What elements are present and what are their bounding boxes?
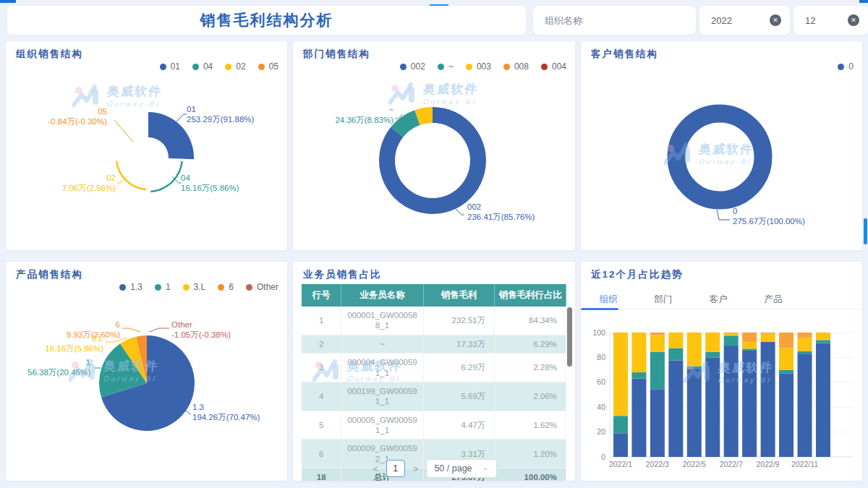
page-scrollbar-thumb[interactable] [864, 218, 867, 244]
bar-segment-2022/8[interactable] [742, 333, 757, 342]
bar-segment-2022/8[interactable] [742, 342, 757, 348]
bar-segment-2022/1[interactable] [613, 433, 628, 457]
bar-segment-2022/9[interactable] [761, 333, 775, 334]
bar-segment-2022/7[interactable] [724, 333, 739, 334]
legend-dot [258, 64, 265, 70]
year-input[interactable] [711, 15, 770, 26]
table-cell: 232.51万 [423, 307, 495, 335]
bar-segment-2022/4[interactable] [668, 348, 683, 361]
bar-segment-2022/2[interactable] [631, 333, 646, 372]
bar-segment-2022/10[interactable] [779, 348, 793, 370]
month-clear-icon[interactable]: ✕ [848, 14, 859, 26]
legend-item-003[interactable]: 003 [466, 61, 491, 72]
y-axis-tick-label: 100 [592, 328, 605, 337]
bar-segment-2022/4[interactable] [668, 361, 683, 457]
legend-item-008[interactable]: 008 [503, 61, 529, 72]
legend-item-Other[interactable]: Other [246, 282, 278, 292]
legend-dot [438, 64, 444, 70]
legend-label: 6 [229, 282, 234, 292]
table-cell: 1.62% [495, 411, 566, 440]
tab-dept[interactable]: 部门 [636, 289, 691, 309]
x-axis-tick-label: 2022/1 [609, 460, 632, 468]
bar-segment-2022/5[interactable] [687, 369, 702, 457]
bar-segment-2022/7[interactable] [724, 334, 739, 336]
x-axis-tick-label: 2022/11 [791, 460, 818, 468]
trend-stacked-bar-chart: 0204060801002022/12022/32022/52022/72022… [581, 309, 862, 481]
legend-label: 004 [552, 61, 566, 72]
legend-item-01[interactable]: 01 [160, 61, 180, 72]
org-donut-chart: 01253.29万(91.88%)0416.16万(5.86%)027.06万(… [6, 72, 287, 250]
table-row[interactable]: 3000004_GW000591_16.29万2.28% [302, 354, 566, 382]
legend-item-1[interactable]: 1 [155, 282, 171, 292]
legend-item-1.3[interactable]: 1.3 [119, 282, 142, 292]
bar-segment-2022/10[interactable] [779, 374, 793, 457]
pie-slice-04[interactable] [150, 161, 182, 192]
legend-item-02[interactable]: 02 [225, 61, 245, 72]
bar-segment-2022/5[interactable] [687, 366, 702, 368]
table-row[interactable]: 1000001_GW000588_1232.51万84.34% [302, 307, 566, 335]
bar-segment-2022/3[interactable] [650, 389, 665, 457]
bar-segment-2022/9[interactable] [761, 334, 775, 342]
bar-segment-2022/3[interactable] [650, 335, 665, 351]
legend-item-002[interactable]: 002 [400, 61, 425, 72]
legend-item-04[interactable]: 04 [192, 61, 213, 72]
legend-item-6[interactable]: 6 [218, 282, 234, 292]
bar-segment-2022/7[interactable] [724, 346, 739, 457]
bar-segment-2022/11[interactable] [798, 354, 812, 457]
bar-segment-2022/7[interactable] [724, 335, 739, 346]
bar-segment-2022/9[interactable] [761, 342, 775, 457]
page-size-select[interactable]: 50 / page ⌄ [426, 459, 496, 478]
bar-segment-2022/12[interactable] [816, 333, 830, 340]
bar-segment-2022/10[interactable] [779, 370, 793, 374]
bar-segment-2022/6[interactable] [705, 352, 720, 358]
month-filter: ✕ [793, 6, 868, 35]
bar-segment-2022/11[interactable] [798, 351, 812, 354]
table-row[interactable]: 4000199_GW000591_15.69万2.06% [302, 382, 566, 411]
bar-segment-2022/11[interactable] [798, 333, 812, 338]
bar-segment-2022/6[interactable] [705, 333, 720, 352]
bar-segment-2022/1[interactable] [613, 416, 628, 433]
bar-segment-2022/10[interactable] [779, 333, 793, 348]
bar-segment-2022/12[interactable] [816, 340, 830, 343]
table-cell: 000001_GW000588_1 [341, 307, 423, 335]
bar-segment-2022/6[interactable] [705, 357, 720, 457]
legend-item-~[interactable]: ~ [438, 61, 454, 72]
table-row[interactable]: 2~17.33万6.29% [302, 335, 566, 353]
table-row[interactable]: 5000005_GW000591_14.47万1.62% [302, 411, 566, 440]
bar-segment-2022/11[interactable] [798, 338, 812, 351]
bar-segment-2022/12[interactable] [816, 343, 830, 457]
pie-slice-0[interactable] [676, 114, 763, 200]
legend-item-05[interactable]: 05 [258, 61, 278, 72]
dept-donut-chart: 002236.41万(85.76%)~24.36万(8.83%) [293, 72, 574, 250]
org-name-input[interactable] [545, 15, 687, 26]
legend-label: 3.L [194, 282, 206, 292]
bar-segment-2022/8[interactable] [742, 351, 757, 457]
legend-org: 01040205 [160, 61, 278, 72]
month-input[interactable] [805, 15, 848, 26]
table-cell: 17.33万 [423, 335, 495, 353]
bar-segment-2022/1[interactable] [613, 333, 628, 416]
bar-segment-2022/4[interactable] [668, 333, 683, 348]
slice-name-label: 1 [86, 358, 90, 367]
table-scrollbar-thumb[interactable] [567, 307, 572, 367]
bar-segment-2022/5[interactable] [687, 333, 702, 366]
legend-label: 1 [166, 282, 171, 292]
legend-item-004[interactable]: 004 [541, 61, 566, 72]
tab-org[interactable]: 组织 [581, 289, 636, 309]
year-clear-icon[interactable]: ✕ [770, 14, 781, 26]
legend-item-0[interactable]: 0 [838, 61, 854, 72]
bar-segment-2022/2[interactable] [631, 372, 646, 379]
pagination-prev-icon[interactable]: < [371, 463, 380, 474]
y-axis-tick-label: 0 [601, 453, 605, 461]
legend-item-3.L[interactable]: 3.L [183, 282, 206, 292]
pie-slice-02[interactable] [116, 161, 146, 189]
pagination-page-button[interactable]: 1 [386, 460, 405, 477]
pagination-next-icon[interactable]: > [412, 463, 420, 474]
tab-product[interactable]: 产品 [746, 289, 801, 309]
bar-segment-2022/3[interactable] [650, 333, 665, 335]
tab-customer[interactable]: 客户 [691, 289, 746, 309]
panel-org-structure: 组织销售结构 01040205 01253.29万(91.88%)0416.16… [6, 41, 287, 250]
bar-segment-2022/3[interactable] [650, 352, 665, 390]
bar-segment-2022/8[interactable] [742, 348, 757, 351]
bar-segment-2022/2[interactable] [631, 379, 646, 457]
